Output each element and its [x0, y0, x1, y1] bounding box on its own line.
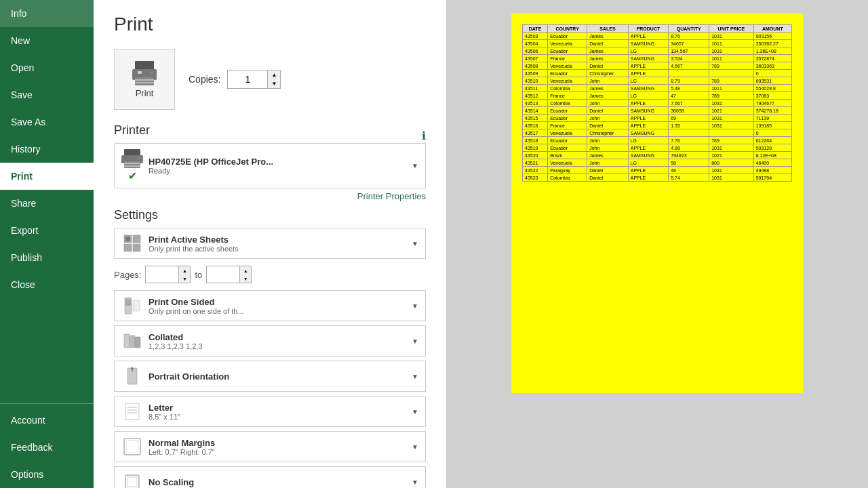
copies-increment[interactable]: ▲	[268, 70, 280, 79]
portrait-dropdown[interactable]: Portrait Orientation ▼	[114, 361, 426, 392]
print-btn-label: Print	[136, 88, 154, 98]
pages-label: Pages:	[114, 270, 141, 280]
table-cell: 43506	[523, 47, 548, 55]
table-cell: 1031	[709, 144, 753, 152]
table-cell: James	[587, 152, 629, 159]
table-cell: APPLE	[628, 33, 668, 40]
printer-status: Ready	[149, 167, 273, 175]
table-cell: Daniel	[587, 62, 629, 70]
table-cell: 43520	[523, 152, 548, 159]
table-cell	[709, 129, 753, 137]
pages-row: Pages: ▲ ▼ to ▲ ▼	[114, 263, 426, 286]
one-sided-dropdown[interactable]: Print One Sided Only print on one side o…	[114, 290, 426, 321]
table-cell: 7.76	[669, 137, 709, 144]
portrait-text: Portrait Orientation	[149, 371, 406, 382]
sidebar-item-account[interactable]: Account	[0, 407, 94, 434]
table-row: 43517VenezuelaChristopherSAMSUNG0	[523, 129, 792, 137]
svg-rect-17	[125, 237, 130, 241]
sidebar-item-feedback[interactable]: Feedback	[0, 434, 94, 461]
collated-dropdown[interactable]: Collated 1,2,3 1,2,3 1,2,3 ▼	[114, 325, 426, 357]
table-row: 43503EcuadorJamesAPPLE8.761031903156	[523, 33, 792, 40]
scaling-arrow: ▼	[412, 479, 418, 486]
table-cell: Christopher	[587, 70, 629, 77]
pages-to-increment[interactable]: ▲	[240, 266, 251, 274]
svg-rect-2	[135, 77, 154, 85]
table-row: 43514EcuadorDanielSAMSUNG366581021374278…	[523, 107, 792, 115]
table-cell: 43503	[523, 33, 548, 40]
collated-text: Collated 1,2,3 1,2,3 1,2,3	[149, 332, 406, 350]
sidebar-item-info[interactable]: Info	[0, 0, 94, 27]
svg-rect-32	[126, 441, 138, 453]
scaling-text: No Scaling	[149, 477, 406, 487]
sidebar-item-save-as[interactable]: Save As	[0, 108, 94, 136]
table-cell: 693531	[753, 77, 791, 85]
table-cell: John	[587, 137, 629, 144]
table-cell: SAMSUNG	[628, 152, 668, 159]
table-cell: 800	[709, 159, 753, 167]
pages-from-increment[interactable]: ▲	[179, 266, 190, 274]
svg-rect-7	[124, 149, 140, 156]
main-content: Print Print Copies:	[94, 0, 868, 488]
active-sheets-dropdown[interactable]: Print Active Sheets Only print the activ…	[114, 228, 426, 259]
table-cell: 69	[669, 115, 709, 122]
sidebar-item-publish[interactable]: Publish	[0, 244, 94, 271]
table-cell: 43508	[523, 62, 548, 70]
table-cell: 43507	[523, 55, 548, 62]
table-cell: LG	[628, 159, 668, 167]
table-cell: 1.36E+08	[753, 47, 791, 55]
table-cell: Venezuela	[548, 159, 587, 167]
active-sheets-label: Print Active Sheets	[149, 235, 406, 245]
sidebar-item-print[interactable]: Print	[0, 163, 94, 190]
info-icon[interactable]: ℹ	[422, 129, 426, 142]
sidebar-item-share[interactable]: Share	[0, 190, 94, 217]
table-cell: SAMSUNG	[628, 129, 668, 137]
printer-ready-icon: ✔	[128, 169, 137, 182]
sidebar-item-new[interactable]: New	[0, 27, 94, 54]
sidebar-item-export[interactable]: Export	[0, 217, 94, 244]
table-cell: 46400	[753, 159, 791, 167]
table-cell: Daniel	[587, 122, 629, 129]
printer-properties-link[interactable]: Printer Properties	[114, 191, 426, 201]
pages-from-input[interactable]	[145, 266, 179, 283]
scaling-dropdown[interactable]: No Scaling ▼	[114, 466, 426, 488]
svg-rect-19	[125, 299, 131, 306]
table-cell: Venezuela	[548, 77, 587, 85]
svg-rect-11	[124, 165, 140, 167]
table-cell: John	[587, 77, 629, 85]
one-sided-arrow: ▼	[412, 302, 418, 310]
letter-dropdown[interactable]: Letter 8.5" x 11" ▼	[114, 396, 426, 427]
printer-dropdown-arrow: ▼	[412, 162, 418, 169]
printer-icon	[131, 61, 158, 85]
table-row: 43507FranceJamesSAMSUNG3.53410113572874	[523, 55, 792, 62]
table-cell: 43515	[523, 115, 548, 122]
sidebar-item-open[interactable]: Open	[0, 54, 94, 81]
copies-input[interactable]	[227, 70, 268, 89]
sidebar-item-close[interactable]: Close	[0, 271, 94, 298]
copies-decrement[interactable]: ▼	[268, 79, 280, 88]
margins-dropdown[interactable]: Normal Margins Left: 0.7" Right: 0.7" ▼	[114, 431, 426, 462]
table-cell: 43521	[523, 159, 548, 167]
table-cell: APPLE	[628, 144, 668, 152]
pages-to-label: to	[195, 270, 202, 280]
preview-area: DATECOUNTRYSALESPRODUCTQUANTITYUNIT PRIC…	[446, 0, 868, 488]
printer-selector[interactable]: ✔ HP40725E (HP OfficeJet Pro... Ready ▼	[114, 143, 426, 188]
sidebar-item-history[interactable]: History	[0, 136, 94, 163]
portrait-icon	[121, 365, 143, 387]
pages-from-wrap: ▲ ▼	[145, 266, 191, 283]
pages-to-input[interactable]	[206, 266, 240, 283]
table-cell: Ecuador	[548, 144, 587, 152]
pages-from-decrement[interactable]: ▼	[179, 274, 190, 283]
sidebar-item-save[interactable]: Save	[0, 81, 94, 108]
table-cell: James	[587, 55, 629, 62]
table-cell: 7.667	[669, 100, 709, 107]
sidebar: InfoNewOpenSaveSave AsHistoryPrintShareE…	[0, 0, 94, 488]
table-cell: 71139	[753, 115, 791, 122]
table-header: QUANTITY	[669, 25, 709, 33]
table-cell: APPLE	[628, 100, 668, 107]
sidebar-item-options[interactable]: Options	[0, 461, 94, 488]
print-button[interactable]: Print	[114, 49, 175, 110]
copies-row: Copies: ▲ ▼	[189, 70, 281, 89]
table-cell: LG	[628, 137, 668, 144]
copies-spinners: ▲ ▼	[268, 70, 281, 89]
pages-to-decrement[interactable]: ▼	[240, 274, 251, 283]
